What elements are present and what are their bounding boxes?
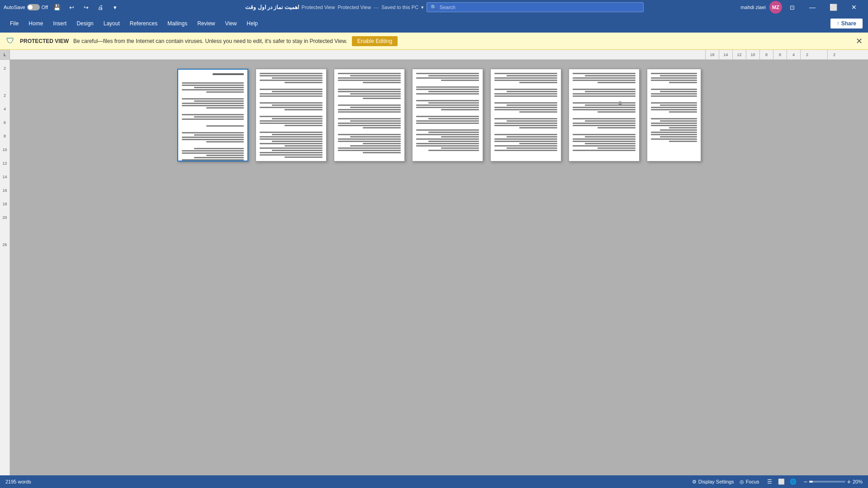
page-5-content [494,73,557,151]
main-area: 2 2 4 6 8 10 12 14 16 18 20 26 [0,60,868,475]
status-bar: 2195 words ⚙ Display Settings ◎ Focus ☰ … [0,475,868,488]
search-icon: 🔍 [431,5,437,10]
document-canvas[interactable] [10,60,868,475]
page-5 [490,69,561,161]
autosave-toggle[interactable]: AutoSave Off [4,4,48,10]
page-3-content [338,73,401,153]
menu-item-layout[interactable]: Layout [99,17,124,30]
lruler-2b: 2 [0,89,9,102]
share-button[interactable]: ↑ Share [830,19,863,28]
lruler-4: 4 [0,102,9,116]
page-7-content [651,73,697,142]
close-button[interactable]: ✕ [844,0,864,14]
save-label: Protected View [337,5,371,10]
undo-icon[interactable]: ↩ [65,3,78,12]
page-3 [334,69,405,161]
lruler-18: 18 [0,197,9,211]
display-settings-icon: ⚙ [692,479,697,485]
ruler-num-12: 12 [732,50,746,60]
avatar: MZ [769,1,782,14]
focus-label: Focus [746,479,759,484]
pages-row [177,69,701,161]
ruler-num-8: 8 [759,50,773,60]
page-4 [412,69,483,161]
dropdown-arrow[interactable]: ▾ [421,5,424,10]
menu-item-insert[interactable]: Insert [48,17,71,30]
status-right: ⚙ Display Settings ◎ Focus ☰ ⬜ 🌐 − + 20% [692,477,863,486]
protected-view-bar: 🛡 PROTECTED VIEW Be careful—files from t… [0,33,868,50]
view-buttons: ☰ ⬜ 🌐 [765,477,798,486]
menu-item-home[interactable]: Home [24,17,47,30]
zoom-in-icon[interactable]: + [847,478,851,485]
search-bar[interactable]: 🔍 Search [427,2,644,12]
display-settings-label: Display Settings [698,479,734,484]
customize-icon[interactable]: ▾ [109,3,121,12]
title-center: اهمیت نماز در اول وقت Protected View Pro… [152,2,737,12]
lruler-blank2 [0,224,9,238]
shield-icon: 🛡 [5,36,15,46]
zoom-percentage: 20% [853,479,863,484]
ribbon-display-icon[interactable]: ⊡ [786,3,798,12]
zoom-out-icon[interactable]: − [804,478,807,485]
ruler-num-2r: 2 [827,50,841,60]
maximize-button[interactable]: ⬜ [823,0,844,14]
print-icon[interactable]: 🖨 [94,3,107,12]
lruler-8: 8 [0,129,9,143]
word-count: 2195 words [5,479,31,484]
quick-access-toolbar: 💾 ↩ ↪ 🖨 ▾ [51,3,121,12]
page-1 [177,69,248,161]
lruler-26: 26 [0,238,9,251]
zoom-bar: − + 20% [804,478,863,485]
lruler-20: 20 [0,211,9,224]
lruler-blank1 [0,75,9,89]
ruler-num-2: 2 [800,50,814,60]
user-initials: MZ [772,5,779,10]
ruler-num-10: 10 [746,50,759,60]
protected-title: PROTECTED VIEW [20,38,69,44]
menu-item-file[interactable]: File [5,17,23,30]
zoom-slider-fill [809,481,813,483]
display-settings[interactable]: ⚙ Display Settings [692,479,734,485]
ruler-num-14: 14 [719,50,732,60]
autosave-switch[interactable] [27,4,40,10]
lruler-12: 12 [0,156,9,170]
menu-item-view[interactable]: View [221,17,242,30]
menu-item-help[interactable]: Help [242,17,262,30]
save-icon[interactable]: 💾 [51,3,63,12]
print-layout-button[interactable]: ⬜ [777,477,787,486]
focus-icon: ◎ [740,479,744,485]
lruler-14: 14 [0,170,9,184]
close-protected-bar-button[interactable]: ✕ [856,36,863,46]
lruler-10: 10 [0,143,9,156]
redo-icon[interactable]: ↪ [80,3,92,12]
page-7 [647,69,701,161]
autosave-label: AutoSave [4,5,25,10]
web-layout-button[interactable]: 🌐 [788,477,798,486]
left-ruler: 2 2 4 6 8 10 12 14 16 18 20 26 [0,60,10,475]
read-mode-button[interactable]: ☰ [765,477,775,486]
minimize-button[interactable]: — [802,0,823,14]
ruler-num-18: 18 [705,50,719,60]
menu-item-references[interactable]: References [125,17,162,30]
share-icon: ↑ [837,20,840,27]
save-location: Saved to this PC [381,5,418,10]
menu-item-review[interactable]: Review [193,17,219,30]
share-label: Share [841,20,856,27]
page-6 [569,69,640,161]
ruler-corner: L [0,50,10,60]
title-bar-left: AutoSave Off 💾 ↩ ↪ 🖨 ▾ [4,3,148,12]
user-name: mahdi ziaei [740,5,766,10]
page-2 [256,69,327,161]
title-bar-right: mahdi ziaei MZ ⊡ — ⬜ ✕ [740,0,864,14]
ruler-num-6: 6 [773,50,787,60]
enable-editing-button[interactable]: Enable Editing [352,36,398,46]
zoom-slider[interactable] [809,481,845,483]
title-bar: AutoSave Off 💾 ↩ ↪ 🖨 ▾ اهمیت نماز در اول… [0,0,868,14]
autosave-state: Off [42,5,48,10]
menu-item-design[interactable]: Design [72,17,98,30]
menu-item-mailings[interactable]: Mailings [163,17,192,30]
protected-message: Be careful—files from the Internet can c… [73,38,347,44]
top-ruler: 18 14 12 10 8 6 4 2 2 [10,50,868,60]
focus-mode[interactable]: ◎ Focus [740,479,759,485]
corner-indicator: L [4,52,6,57]
